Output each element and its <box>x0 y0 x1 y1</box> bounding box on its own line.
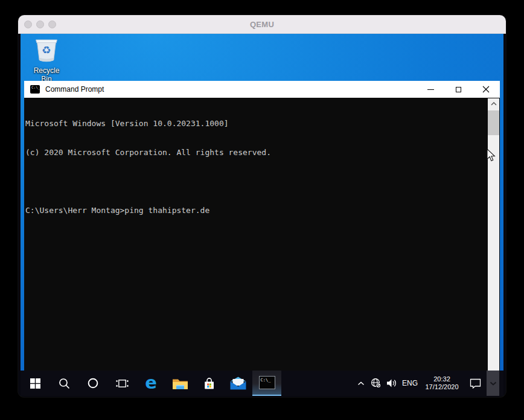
mail-button[interactable] <box>223 371 252 396</box>
system-tray: ENG 20:32 17/12/2020 <box>354 371 503 396</box>
qemu-window: QEMU ♻ Recycle Bin C:\_ <box>18 15 506 397</box>
clock[interactable]: 20:32 17/12/2020 <box>420 371 464 396</box>
edge-icon: e <box>145 374 157 392</box>
edge-button[interactable]: e <box>136 371 165 396</box>
search-icon <box>59 378 70 389</box>
scroll-down-button-dimmed[interactable] <box>487 371 499 396</box>
task-view-button[interactable] <box>107 371 136 396</box>
command-prompt-taskbar-icon: C:\_ <box>259 376 275 389</box>
scrollbar-thumb[interactable] <box>488 110 499 135</box>
start-button[interactable] <box>21 371 50 396</box>
maximize-button[interactable] <box>444 81 472 98</box>
file-explorer-button[interactable] <box>165 371 194 396</box>
microsoft-store-button[interactable] <box>194 371 223 396</box>
file-explorer-icon <box>172 377 188 390</box>
minimize-button[interactable] <box>417 81 444 98</box>
chevron-up-icon <box>491 102 497 106</box>
search-button[interactable] <box>50 371 78 396</box>
traffic-light-minimize-button[interactable] <box>36 21 44 28</box>
terminal-output[interactable]: Microsoft Windows [Version 10.0.20231.10… <box>24 98 500 371</box>
action-center-icon <box>470 378 481 389</box>
mail-icon <box>230 377 246 390</box>
svg-text:♻: ♻ <box>42 44 51 56</box>
chevron-down-icon <box>490 381 497 386</box>
recycle-bin-shortcut[interactable]: ♻ Recycle Bin <box>28 37 65 83</box>
cmd-window-controls <box>417 81 500 98</box>
command-prompt-window: C:\_ Command Prompt <box>24 81 500 371</box>
cmd-app-icon-glyph: C:\_ <box>30 85 40 90</box>
cortana-button[interactable] <box>78 371 107 396</box>
scrollbar[interactable] <box>488 98 499 371</box>
traffic-light-zoom-button[interactable] <box>48 21 56 28</box>
scroll-up-button[interactable] <box>488 98 499 109</box>
speaker-icon <box>386 378 398 388</box>
windows-logo-icon <box>30 378 40 389</box>
cmd-window-title: Command Prompt <box>45 85 104 94</box>
taskbar: e <box>21 371 503 396</box>
terminal-line: C:\Users\Herr Montag>ping thahipster.de <box>25 206 499 215</box>
cortana-circle-icon <box>88 378 98 389</box>
cmd-taskbar-icon-glyph: C:\_ <box>260 377 275 384</box>
command-prompt-taskbar-button[interactable]: C:\_ <box>252 371 281 396</box>
chevron-up-icon <box>357 381 365 386</box>
traffic-light-close-button[interactable] <box>24 21 32 28</box>
show-hidden-icons-button[interactable] <box>354 371 368 396</box>
action-center-button[interactable] <box>464 371 487 396</box>
traffic-lights <box>24 15 56 33</box>
terminal-line: (c) 2020 Microsoft Corporation. All righ… <box>25 148 499 158</box>
terminal-line: Microsoft Windows [Version 10.0.20231.10… <box>25 119 499 129</box>
cmd-titlebar[interactable]: C:\_ Command Prompt <box>24 81 500 98</box>
clock-date: 17/12/2020 <box>425 383 458 391</box>
qemu-window-title: QEMU <box>250 20 274 29</box>
maximize-icon <box>456 87 461 92</box>
close-button[interactable] <box>472 81 500 98</box>
globe-no-internet-icon <box>371 378 382 389</box>
terminal-line <box>25 177 499 186</box>
guest-screen: ♻ Recycle Bin C:\_ Command Prompt <box>21 34 503 396</box>
taskbar-app-icons: e <box>21 371 281 396</box>
close-icon <box>482 86 490 93</box>
qemu-titlebar[interactable]: QEMU <box>18 15 506 34</box>
minimize-icon <box>427 89 434 90</box>
recycle-bin-icon: ♻ <box>33 37 60 63</box>
language-label: ENG <box>402 379 418 387</box>
screen: QEMU ♻ Recycle Bin C:\_ <box>0 0 524 420</box>
volume-button[interactable] <box>384 371 400 396</box>
cmd-app-icon: C:\_ <box>30 85 40 94</box>
network-status-button[interactable] <box>368 371 384 396</box>
language-indicator[interactable]: ENG <box>400 371 420 396</box>
task-view-icon <box>116 378 129 389</box>
clock-time: 20:32 <box>425 375 458 383</box>
store-icon <box>202 377 216 390</box>
